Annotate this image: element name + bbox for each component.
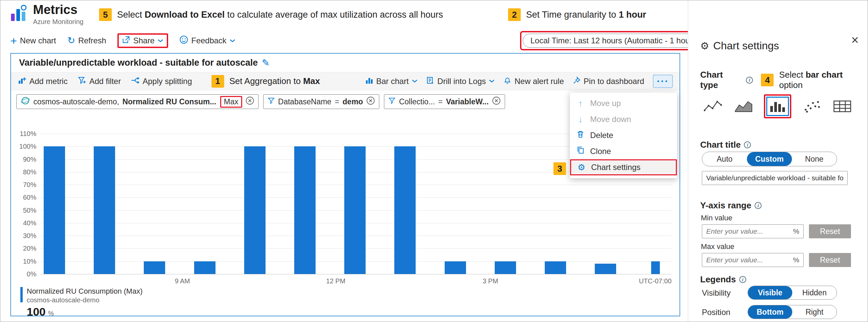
x-axis-tick-label: 12 PM [326,277,346,285]
apply-splitting-button[interactable]: Apply splitting [131,76,192,87]
min-value-input[interactable] [702,224,804,238]
feedback-button[interactable]: Feedback [180,35,235,46]
chart-title: Variable/unpredictable workload - suitab… [19,58,258,68]
split-icon [131,76,140,87]
title-mode-none[interactable]: None [792,152,837,166]
annotation-step-2: 2 Set Time granularity to 1 hour [508,8,646,21]
chart-title-input[interactable] [702,171,848,185]
annotation-bar-chart-box [764,94,791,118]
edit-title-icon[interactable]: ✎ [262,57,270,68]
add-filter-button[interactable]: Add filter [78,76,121,87]
y-axis-tick-label: 30% [12,232,36,240]
menu-item-clone[interactable]: Clone [570,143,677,159]
new-chart-button[interactable]: + New chart [10,35,56,46]
bar-chart-icon [365,76,373,86]
chart-bar[interactable] [495,261,516,274]
menu-item-chart-settings[interactable]: ⚙ Chart settings [570,159,677,175]
legend-value: 100 [27,305,46,318]
y-axis-tick-label: 10% [12,258,36,265]
info-icon: i [746,77,753,84]
metric-name: Normalized RU Consum... [122,97,216,106]
max-value-label: Max value [701,242,734,251]
x-axis-timezone-label: UTC-07:00 [639,277,672,285]
command-bar: + New chart ↻ Refresh Share Feedback [10,32,236,50]
chart-bar[interactable] [445,261,466,274]
visibility-visible[interactable]: Visible [748,286,792,299]
position-bottom[interactable]: Bottom [748,305,792,319]
legend-color-marker [20,287,23,302]
chart-bar[interactable] [651,261,660,274]
chart-type-dropdown[interactable]: Bar chart [365,76,417,86]
chart-legend[interactable]: Normalized RU Consumption (Max) cosmos-a… [20,287,143,318]
visibility-hidden[interactable]: Hidden [792,286,837,299]
scatter-chart-icon[interactable] [802,97,822,115]
alert-icon [503,76,512,86]
time-range-picker[interactable]: Local Time: Last 12 hours (Automatic - 1… [523,34,703,48]
panel-close-icon[interactable]: × [851,34,859,46]
line-chart-icon[interactable] [703,97,723,115]
title-mode-toggle: Auto Custom None [702,152,837,166]
max-reset-button[interactable]: Reset [809,253,851,267]
context-menu: ↑ Move up ↓ Move down Delete Clone ⚙ [570,92,677,178]
remove-metric-icon[interactable] [246,96,254,107]
more-options-button[interactable]: ··· [653,75,673,88]
menu-item-move-down[interactable]: ↓ Move down [570,111,677,127]
percent-suffix: % [793,227,799,235]
grid-chart-icon[interactable] [832,97,852,115]
area-chart-icon[interactable] [734,97,753,115]
visibility-toggle: Visible Hidden [748,286,837,300]
plus-icon: + [10,35,17,46]
step-1-text: Set Aggregation to Max [229,76,320,86]
remove-filter-icon[interactable] [492,96,501,107]
min-reset-button[interactable]: Reset [809,224,851,238]
chart-bar[interactable] [344,146,366,274]
menu-item-delete[interactable]: Delete [570,127,677,143]
max-value-input[interactable] [702,253,804,267]
drill-into-logs-button[interactable]: Drill into Logs [426,76,495,86]
bar-chart-selected[interactable] [766,97,789,116]
chart-bar[interactable] [394,146,416,274]
chart-bar[interactable] [94,146,115,274]
step-badge-1: 1 [212,75,224,88]
info-icon: i [739,276,746,283]
yaxis-range-label: Y-axis range i [700,200,762,211]
remove-filter-icon[interactable] [366,96,375,107]
step-badge-2: 2 [508,8,521,21]
metric-pill[interactable]: cosmos-autoscale-demo, Normalized RU Con… [17,94,258,109]
chart-bar[interactable] [144,261,165,274]
y-axis-tick-label: 60% [12,194,36,201]
chart-bar[interactable] [244,146,266,274]
chart-bar[interactable] [194,261,216,274]
legends-label: Legends i [700,274,746,285]
title-mode-custom[interactable]: Custom [747,152,792,166]
pin-to-dashboard-button[interactable]: Pin to dashboard [573,76,644,86]
filter-pill-database[interactable]: DatabaseName = demo [263,94,380,109]
chart-toolbar: Add metric Add filter Apply splitting 1 … [11,72,680,90]
metrics-logo-icon [9,4,28,24]
menu-item-move-up[interactable]: ↑ Move up [570,95,677,111]
funnel-icon [388,97,396,106]
annotation-aggregation-box[interactable]: Max [220,96,242,108]
chart-bar[interactable] [294,146,316,274]
new-alert-rule-button[interactable]: New alert rule [503,76,564,86]
chart-bar[interactable] [545,261,566,274]
chevron-down-icon [229,39,236,43]
title-mode-auto[interactable]: Auto [702,152,747,166]
smiley-icon [180,35,188,46]
funnel-icon [78,76,86,87]
chart-bar[interactable] [595,264,616,274]
add-metric-button[interactable]: Add metric [18,76,68,87]
annotation-step-4: 4 Select bar chart option [761,70,868,90]
step-badge-4: 4 [761,74,774,86]
arrow-down-icon: ↓ [576,114,585,125]
filter-pill-collection[interactable]: Collectio... = VariableW... [384,94,505,109]
copy-icon [576,146,585,157]
chart-bar[interactable] [44,146,65,274]
chevron-down-icon [489,79,495,83]
y-axis-tick-label: 40% [12,219,36,227]
info-icon: i [754,202,762,209]
share-button[interactable]: Share [122,36,163,46]
refresh-button[interactable]: ↻ Refresh [67,36,106,45]
step-2-text: Set Time granularity to 1 hour [526,10,646,20]
position-right[interactable]: Right [792,305,837,319]
